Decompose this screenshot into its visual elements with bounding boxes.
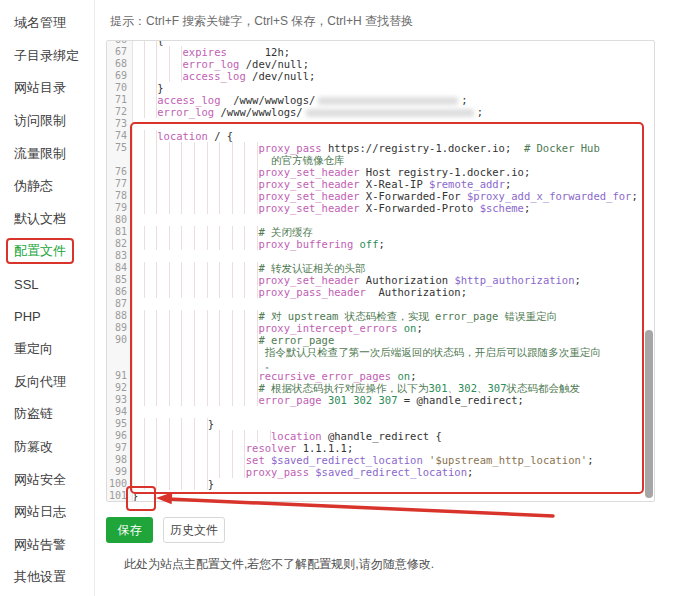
code-line[interactable]: 98set $saved_redirect_location '$upstrea… [107, 454, 654, 466]
site-config-panel: 域名管理子目录绑定网站目录访问限制流量限制伪静态默认文档配置文件SSLPHP重定… [0, 0, 686, 596]
sidebar-item-3[interactable]: 网站目录 [0, 72, 94, 105]
indent-guides [132, 322, 258, 334]
sidebar-item-9[interactable]: SSL [0, 268, 94, 301]
code-token: $proxy_add_x_forwarded_for [467, 190, 631, 202]
line-number: 83 [107, 250, 132, 262]
code-text: set $saved_redirect_location '$upstream_… [246, 454, 594, 466]
sidebar-item-16[interactable]: 网站日志 [0, 496, 94, 529]
code-line[interactable]: 74location / { [107, 130, 654, 142]
code-line[interactable]: 70} [107, 82, 654, 94]
sidebar-item-label: 域名管理 [14, 14, 66, 32]
code-line[interactable]: 79proxy_set_header X-Forwarded-Proto $sc… [107, 202, 654, 214]
sidebar-item-12[interactable]: 反向代理 [0, 366, 94, 399]
code-text: error_page 301 302 307 = @handle_redirec… [258, 394, 524, 406]
code-token: on [397, 370, 410, 382]
code-line[interactable]: 69access_log /dev/null; [107, 70, 654, 82]
code-line[interactable]: 87 [107, 298, 654, 310]
sidebar-item-14[interactable]: 防篡改 [0, 431, 94, 464]
code-line[interactable]: 72error_log /www/wwwlogs/; [107, 106, 654, 118]
code-token: '$upstream_http_location' [429, 454, 587, 466]
code-line[interactable]: 96location @handle_redirect { [107, 430, 654, 442]
sidebar-item-10[interactable]: PHP [0, 300, 94, 333]
settings-sidebar: 域名管理子目录绑定网站目录访问限制流量限制伪静态默认文档配置文件SSLPHP重定… [0, 0, 95, 596]
code-line[interactable]: 86proxy_pass_header Authorization; [107, 286, 654, 298]
save-button[interactable]: 保存 [106, 517, 153, 543]
line-number: 98 [107, 454, 132, 466]
code-line[interactable]: 97resolver 1.1.1.1; [107, 442, 654, 454]
sidebar-item-17[interactable]: 网站告警 [0, 529, 94, 562]
code-token: # 关闭缓存 [258, 226, 313, 238]
code-line[interactable]: 77proxy_set_header X-Real-IP $remote_add… [107, 178, 654, 190]
code-line[interactable]: 76proxy_set_header Host registry-1.docke… [107, 166, 654, 178]
code-line[interactable]: 92# 根据状态码执行对应操作，以下为301、302、307状态码都会触发 [107, 382, 654, 394]
code-line[interactable]: 82proxy_buffering off; [107, 238, 654, 250]
code-line[interactable]: 90# error_page 指令默认只检查了第一次后端返回的状态码，开启后可以… [107, 334, 654, 370]
code-token: expires [183, 46, 227, 58]
code-token: 301 302 307 [328, 394, 398, 406]
sidebar-item-label: 默认文档 [14, 210, 66, 228]
code-token: ; [631, 190, 637, 202]
sidebar-item-4[interactable]: 访问限制 [0, 105, 94, 138]
code-text: proxy_pass_header Authorization; [258, 286, 467, 298]
line-number: 84 [107, 262, 132, 274]
sidebar-item-15[interactable]: 网站安全 [0, 463, 94, 496]
code-line[interactable]: 100} [107, 478, 654, 490]
code-line[interactable]: 81# 关闭缓存 [107, 226, 654, 238]
code-line[interactable]: 75proxy_pass https://registry-1.docker.i… [107, 142, 654, 166]
code-line[interactable]: 83 [107, 250, 654, 262]
sidebar-item-2[interactable]: 子目录绑定 [0, 40, 94, 73]
sidebar-item-label: 配置文件 [6, 238, 74, 264]
code-token: proxy_buffering [258, 238, 353, 250]
sidebar-item-5[interactable]: 流量限制 [0, 137, 94, 170]
code-token: 301 [429, 382, 448, 394]
code-line[interactable]: 89proxy_intercept_errors on; [107, 322, 654, 334]
sidebar-item-1[interactable]: 域名管理 [0, 7, 94, 40]
code-line[interactable]: 93error_page 301 302 307 = @handle_redir… [107, 394, 654, 406]
indent-guides [132, 430, 271, 442]
code-token: $http_authorization [454, 274, 574, 286]
code-line[interactable]: 84# 转发认证相关的头部 [107, 262, 654, 274]
code-text: recursive_error_pages on; [258, 370, 416, 382]
code-line[interactable]: 91recursive_error_pages on; [107, 370, 654, 382]
sidebar-item-7[interactable]: 默认文档 [0, 203, 94, 236]
indent-guides [132, 82, 157, 94]
sidebar-item-6[interactable]: 伪静态 [0, 170, 94, 203]
code-token: proxy_set_header [258, 202, 359, 214]
code-line[interactable]: 101} [107, 490, 654, 502]
code-line[interactable]: 80 [107, 214, 654, 226]
code-token: ; [477, 106, 483, 118]
sidebar-item-11[interactable]: 重定向 [0, 333, 94, 366]
code-line[interactable]: 95} [107, 418, 654, 430]
code-line[interactable]: 94 [107, 406, 654, 418]
sidebar-item-13[interactable]: 防盗链 [0, 398, 94, 431]
code-line[interactable]: 71access_log /www/wwwlogs/; [107, 94, 654, 106]
code-text: proxy_set_header X-Forwarded-For $proxy_… [258, 190, 637, 202]
code-line[interactable]: 73 [107, 118, 654, 130]
code-line[interactable]: 68error_log /dev/null; [107, 58, 654, 70]
code-line[interactable]: 85proxy_set_header Authorization $http_a… [107, 274, 654, 286]
sidebar-item-label: SSL [14, 277, 39, 292]
sidebar-item-label: 子目录绑定 [14, 47, 79, 65]
indent-guides [132, 478, 208, 490]
sidebar-item-8-active[interactable]: 配置文件 [0, 235, 94, 268]
code-line[interactable]: 78proxy_set_header X-Forwarded-For $prox… [107, 190, 654, 202]
code-token: X-Real-IP [360, 178, 430, 190]
code-token: $remote_addr [429, 178, 505, 190]
code-line[interactable]: 67expires 12h; [107, 46, 654, 58]
history-files-button[interactable]: 历史文件 [163, 517, 225, 543]
sidebar-item-18[interactable]: 其他设置 [0, 561, 94, 594]
code-line[interactable]: 99proxy_pass $saved_redirect_location; [107, 466, 654, 478]
editor-scrollbar-thumb[interactable] [645, 330, 653, 498]
line-number: 101 [107, 490, 132, 502]
code-line[interactable]: 88# 对 upstream 状态码检查，实现 error_page 错误重定向 [107, 310, 654, 322]
redacted-text [306, 109, 474, 117]
code-text: # 根据状态码执行对应操作，以下为301、302、307状态码都会触发 [258, 382, 580, 394]
code-token: 1.1.1.1; [296, 442, 353, 454]
line-number: 72 [107, 106, 132, 118]
code-text: proxy_set_header X-Real-IP $remote_addr; [258, 178, 511, 190]
code-token: 、 [477, 382, 488, 394]
config-file-editor[interactable]: 66{67expires 12h;68error_log /dev/null;6… [106, 40, 655, 502]
indent-guides [132, 286, 258, 298]
code-token: 的官方镜像仓库 [258, 154, 344, 166]
code-token: Authorization; [366, 286, 467, 298]
